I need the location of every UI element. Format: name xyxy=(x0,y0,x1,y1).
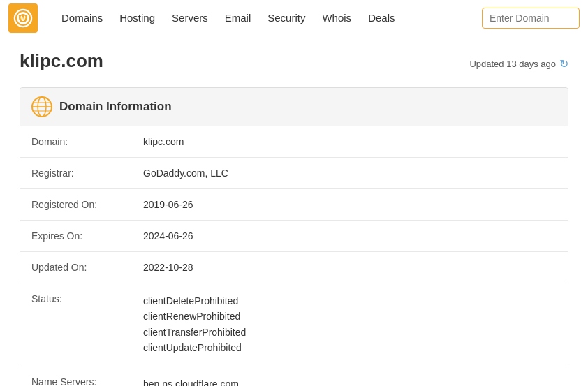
status-line: clientRenewProhibited xyxy=(143,309,557,324)
row-label-registered-on: Registered On: xyxy=(20,189,132,221)
navbar: W Domains Hosting Servers Email Security… xyxy=(0,0,588,36)
status-line: clientUpdateProhibited xyxy=(143,340,557,355)
row-label-expires-on: Expires On: xyxy=(20,221,132,252)
page-title: klipc.com xyxy=(20,50,103,72)
row-value-updated-on: 2022-10-28 xyxy=(132,252,568,283)
row-value-status: clientDeleteProhibitedclientRenewProhibi… xyxy=(132,283,568,366)
row-value-name-servers: ben.ns.cloudflare.comfay.ns.cloudflare.c… xyxy=(132,366,568,386)
table-row-registered-on: Registered On:2019-06-26 xyxy=(20,189,568,221)
whois-logo-icon: W xyxy=(8,3,38,33)
nav-item-hosting[interactable]: Hosting xyxy=(112,0,162,36)
www-icon xyxy=(31,96,52,117)
logo-link[interactable]: W xyxy=(8,3,42,33)
table-row-name-servers: Name Servers:ben.ns.cloudflare.comfay.ns… xyxy=(20,366,568,386)
row-value-registered-on: 2019-06-26 xyxy=(132,189,568,221)
nav-item-domains[interactable]: Domains xyxy=(54,0,110,36)
nav-item-deals[interactable]: Deals xyxy=(361,0,402,36)
table-row-registrar: Registrar:GoDaddy.com, LLC xyxy=(20,158,568,189)
domain-header-row: klipc.com Updated 13 days ago ↻ xyxy=(20,50,568,77)
table-row-domain: Domain:klipc.com xyxy=(20,126,568,158)
card-header: Domain Information xyxy=(20,88,568,126)
updated-info: Updated 13 days ago ↻ xyxy=(469,57,568,70)
card-title: Domain Information xyxy=(59,100,172,114)
row-value-domain: klipc.com xyxy=(132,126,568,158)
nav-item-servers[interactable]: Servers xyxy=(165,0,215,36)
nav-item-whois[interactable]: Whois xyxy=(315,0,358,36)
status-line: clientDeleteProhibited xyxy=(143,293,557,309)
main-content: klipc.com Updated 13 days ago ↻ Domain I… xyxy=(0,36,588,386)
row-value-registrar: GoDaddy.com, LLC xyxy=(132,158,568,189)
row-label-status: Status: xyxy=(20,283,132,366)
svg-text:W: W xyxy=(19,13,28,24)
row-label-name-servers: Name Servers: xyxy=(20,366,132,386)
domain-info-table: Domain:klipc.comRegistrar:GoDaddy.com, L… xyxy=(20,126,568,386)
updated-label: Updated 13 days ago xyxy=(469,59,556,69)
row-label-domain: Domain: xyxy=(20,126,132,158)
table-row-status: Status:clientDeleteProhibitedclientRenew… xyxy=(20,283,568,366)
refresh-icon[interactable]: ↻ xyxy=(559,57,568,70)
status-line: clientTransferProhibited xyxy=(143,325,557,340)
row-label-updated-on: Updated On: xyxy=(20,252,132,283)
table-row-expires-on: Expires On:2024-06-26 xyxy=(20,221,568,252)
nav-item-email[interactable]: Email xyxy=(218,0,258,36)
nav-links: Domains Hosting Servers Email Security W… xyxy=(54,0,482,36)
domain-search-input[interactable] xyxy=(482,8,580,29)
nav-item-security[interactable]: Security xyxy=(260,0,312,36)
status-line: ben.ns.cloudflare.com xyxy=(143,376,557,386)
row-value-expires-on: 2024-06-26 xyxy=(132,221,568,252)
domain-info-card: Domain Information Domain:klipc.comRegis… xyxy=(20,87,568,386)
row-label-registrar: Registrar: xyxy=(20,158,132,189)
table-row-updated-on: Updated On:2022-10-28 xyxy=(20,252,568,283)
